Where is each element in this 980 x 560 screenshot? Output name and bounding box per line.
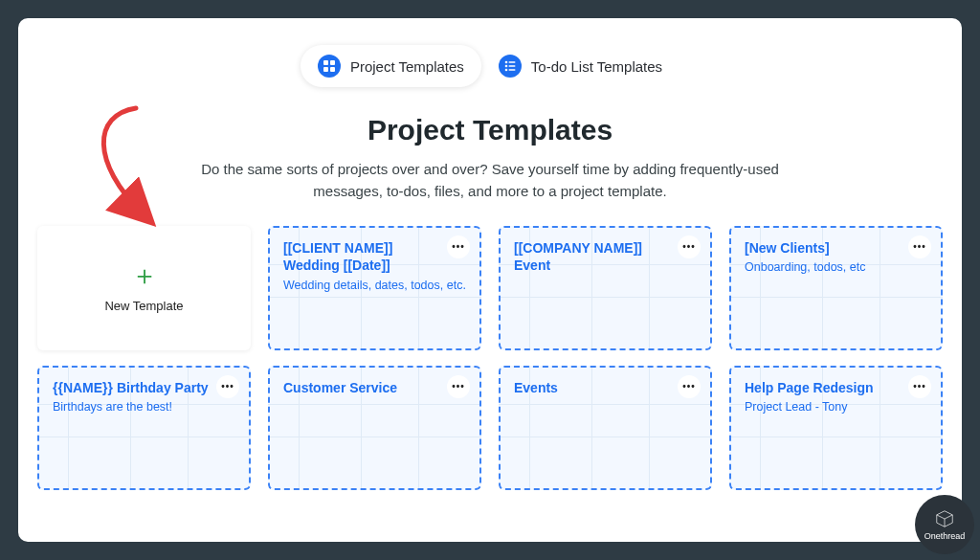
new-template-card[interactable]: ＋ New Template bbox=[37, 226, 251, 350]
card-menu-button[interactable] bbox=[447, 375, 470, 398]
tab-label: To-do List Templates bbox=[531, 58, 662, 75]
card-menu-button[interactable] bbox=[908, 375, 931, 398]
svg-rect-0 bbox=[323, 60, 328, 65]
svg-rect-7 bbox=[508, 65, 515, 67]
grid-icon bbox=[318, 55, 341, 78]
svg-rect-2 bbox=[323, 67, 328, 72]
svg-point-6 bbox=[505, 65, 508, 68]
template-card[interactable]: [New Clients] Onboarding, todos, etc bbox=[729, 226, 943, 350]
svg-rect-9 bbox=[508, 69, 515, 71]
template-card[interactable]: Events bbox=[499, 366, 712, 490]
tab-label: Project Templates bbox=[350, 58, 464, 75]
main-panel: Project Templates To-do List Templates P… bbox=[18, 18, 962, 542]
template-type-tabs: Project Templates To-do List Templates bbox=[37, 45, 943, 87]
template-card[interactable]: [[CLIENT NAME]] Wedding [[Date]] Wedding… bbox=[268, 226, 481, 350]
template-card[interactable]: [[COMPANY NAME]] Event bbox=[499, 226, 712, 350]
template-card[interactable]: {{NAME}} Birthday Party Birthdays are th… bbox=[37, 366, 251, 490]
template-title: Help Page Redesign bbox=[745, 379, 927, 397]
template-title: Events bbox=[514, 379, 697, 397]
svg-point-8 bbox=[505, 69, 508, 72]
svg-rect-3 bbox=[330, 67, 335, 72]
card-menu-button[interactable] bbox=[447, 235, 470, 258]
template-title: [New Clients] bbox=[745, 239, 927, 258]
card-menu-button[interactable] bbox=[678, 375, 701, 398]
plus-icon: ＋ bbox=[131, 262, 158, 289]
page-title: Project Templates bbox=[37, 114, 943, 146]
new-template-label: New Template bbox=[104, 299, 183, 313]
card-menu-button[interactable] bbox=[216, 375, 239, 398]
svg-rect-5 bbox=[508, 61, 515, 63]
tab-todo-templates[interactable]: To-do List Templates bbox=[481, 45, 679, 87]
brand-logo-icon bbox=[934, 508, 955, 529]
template-subtitle: Wedding details, dates, todos, etc. bbox=[283, 279, 466, 292]
svg-rect-1 bbox=[330, 60, 335, 65]
template-subtitle: Onboarding, todos, etc bbox=[745, 260, 927, 274]
tab-project-templates[interactable]: Project Templates bbox=[301, 45, 481, 87]
list-icon bbox=[499, 55, 522, 78]
svg-point-4 bbox=[505, 61, 508, 64]
template-title: [[CLIENT NAME]] Wedding [[Date]] bbox=[283, 239, 466, 276]
template-card[interactable]: Help Page Redesign Project Lead - Tony bbox=[729, 366, 943, 490]
templates-grid: ＋ New Template [[CLIENT NAME]] Wedding [… bbox=[37, 226, 943, 490]
brand-label: Onethread bbox=[924, 531, 966, 541]
template-card[interactable]: Customer Service bbox=[268, 366, 481, 490]
template-title: [[COMPANY NAME]] Event bbox=[514, 239, 697, 276]
template-title: Customer Service bbox=[283, 379, 466, 397]
page-subtitle: Do the same sorts of projects over and o… bbox=[193, 158, 787, 203]
template-title: {{NAME}} Birthday Party bbox=[53, 379, 235, 397]
card-menu-button[interactable] bbox=[908, 235, 931, 258]
brand-badge: Onethread bbox=[915, 495, 974, 554]
template-subtitle: Project Lead - Tony bbox=[745, 400, 927, 414]
template-subtitle: Birthdays are the best! bbox=[53, 400, 235, 414]
card-menu-button[interactable] bbox=[678, 235, 701, 258]
